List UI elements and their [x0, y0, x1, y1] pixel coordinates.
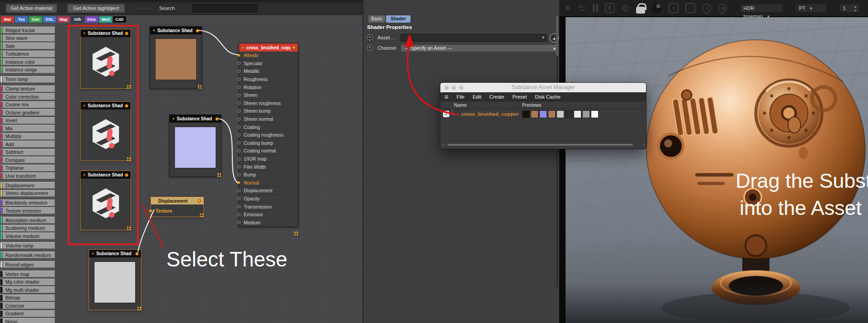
port-circle-icon[interactable] [237, 181, 241, 184]
sidebar-item-side[interactable]: Side [0, 43, 55, 49]
node-output-port[interactable] [196, 29, 199, 33]
sidebar-item-instance-color[interactable]: Instance color [0, 58, 55, 65]
port-circle-icon[interactable] [237, 54, 241, 57]
tab-basic[interactable]: Basic [368, 15, 385, 23]
port-circle-icon[interactable] [237, 141, 241, 144]
node-resize-handle[interactable] [127, 157, 128, 159]
node-output-port[interactable] [125, 32, 128, 35]
sidebar-item-triplanar[interactable]: Triplanar [0, 165, 55, 171]
node-header[interactable]: ▼Substance Shad [150, 27, 202, 34]
tab-med[interactable]: Med [99, 16, 112, 23]
sidebar-item-bitmap[interactable]: Bitmap [0, 294, 55, 301]
sidebar-item-instance-range[interactable]: Instance range [0, 66, 55, 73]
sidebar-item-uvw-transform[interactable]: Uvw transform [0, 172, 55, 179]
input-port-coating-bump[interactable]: Coating bump [239, 139, 298, 147]
panel-scrollbar[interactable] [556, 15, 558, 287]
port-circle-icon[interactable] [237, 86, 241, 89]
substance-asset-manager-window[interactable]: Substance Asset Manager ≡ FileEditCreate… [440, 82, 646, 149]
texture-input-port[interactable] [149, 209, 152, 213]
channel-dropdown[interactable]: --- Specify an Asset ---▼ [401, 44, 559, 52]
sidebar-item-volume-ramp[interactable]: Volume ramp [0, 242, 55, 249]
substance-shader-node-displacement-src[interactable]: ▼Substance Shad [89, 249, 142, 310]
hdr-tonemap-dropdown[interactable]: HDR tonemap▼ [740, 4, 783, 13]
sidebar-item-ridged-fractal[interactable]: Ridged fractal [0, 27, 55, 33]
tab-osl[interactable]: OSL [43, 16, 56, 23]
sidebar-item-colorizer[interactable]: Colorizer [0, 302, 55, 309]
input-port-film-width[interactable]: Film Width [239, 163, 298, 171]
sidebar-item-randomwalk-medium[interactable]: Randomwalk medium [0, 252, 55, 258]
input-port-coating-roughness[interactable]: Coating roughness [239, 131, 298, 139]
substance-shader-node-1[interactable]: ▼Substance Shad [80, 29, 131, 89]
tab-mat[interactable]: Mat [1, 16, 14, 23]
port-circle-icon[interactable] [237, 125, 241, 128]
port-circle-icon[interactable] [237, 157, 241, 161]
sidebar-item-mg-color-shader[interactable]: Mg color shader [0, 279, 55, 285]
get-active-material-button[interactable]: Get Active material [6, 4, 57, 13]
node-output-port[interactable] [125, 104, 128, 108]
node-header[interactable]: ▼cross_brushed_copp [239, 43, 298, 52]
focus-picker-icon[interactable]: F [700, 2, 713, 14]
cross-brushed-copper-node[interactable]: ▼cross_brushed_copp AlbedoSpecularMetall… [239, 43, 298, 227]
node-header[interactable]: ▼Substance Shad [80, 29, 131, 37]
port-circle-icon[interactable] [237, 205, 241, 208]
input-port-specular[interactable]: Specular [239, 60, 298, 68]
node-header[interactable]: ▼Substance Shad [80, 102, 131, 109]
menu-file[interactable]: File [457, 94, 465, 100]
port-circle-icon[interactable] [237, 221, 241, 224]
tab-map[interactable]: Map [57, 16, 70, 23]
port-circle-icon[interactable] [237, 109, 241, 113]
input-port-sheen-normal[interactable]: Sheen normal [239, 115, 298, 124]
asset-radio-icon[interactable] [367, 34, 373, 40]
node-header[interactable]: ▼Substance Shad [89, 250, 141, 257]
input-port-opacity[interactable]: Opacity [239, 195, 298, 203]
column-previews[interactable]: Previews [522, 102, 542, 108]
asset-dropdown-field[interactable]: ▼ [401, 34, 547, 42]
node-output-port[interactable] [125, 173, 128, 177]
node-output-port[interactable] [135, 252, 139, 256]
channel-radio-icon[interactable] [367, 45, 373, 51]
input-port-displacement[interactable]: Displacement [239, 187, 298, 195]
minimize-window-icon[interactable] [452, 86, 456, 90]
restart-render-icon[interactable]: R [605, 3, 615, 13]
input-port-transmission[interactable]: Transmission [239, 203, 298, 211]
sidebar-item-multiply[interactable]: Multiply [0, 133, 55, 140]
zoom-window-icon[interactable] [459, 86, 463, 90]
menu-disk-cache[interactable]: Disk Cache [535, 94, 560, 100]
node-output-port[interactable] [198, 199, 201, 203]
refresh-icon[interactable]: ↻ [578, 4, 586, 13]
render-subframe-icon[interactable]: ▫ [685, 3, 695, 13]
node-header[interactable]: ▼Substance Shad [80, 171, 131, 179]
input-port-albedo[interactable]: Albedo [239, 52, 298, 60]
sidebar-item-mg-multi-shader[interactable]: Mg multi shader [0, 286, 55, 293]
node-resize-handle[interactable] [198, 85, 199, 86]
collapse-triangle-icon[interactable]: ▼ [83, 173, 86, 176]
sidebar-item-blackbody-emission[interactable]: Blackbody emission [0, 200, 55, 206]
port-circle-icon[interactable] [237, 189, 241, 192]
sidebar-item-texture-emission[interactable]: Texture emission [0, 207, 55, 214]
sidebar-item-invert[interactable]: Invert [0, 117, 55, 124]
sidebar-item-subtract[interactable]: Subtract [0, 149, 55, 156]
search-input[interactable] [192, 4, 258, 13]
sidebar-item-sine-wave[interactable]: Sine wave [0, 35, 55, 42]
collapse-triangle-icon[interactable]: ▼ [83, 32, 86, 35]
kernel-dropdown[interactable]: PT▼ [796, 4, 827, 13]
port-circle-icon[interactable] [237, 94, 241, 97]
tab-gen[interactable]: Gen [29, 16, 42, 23]
input-port-bump[interactable]: Bump [239, 171, 298, 179]
asset-name[interactable]: cross_brushed_copper [461, 111, 519, 117]
samples-stepper[interactable]: 1▲▼ [840, 4, 860, 13]
sidebar-item-add[interactable]: Add [0, 141, 55, 147]
sidebar-item-vertex-map[interactable]: Vertex map [0, 271, 55, 277]
hamburger-menu-icon[interactable]: ≡ [444, 93, 448, 100]
node-resize-handle[interactable] [294, 232, 296, 233]
scrollbar-thumb[interactable] [448, 144, 633, 146]
sidebar-item-turbulence[interactable]: Turbulence [0, 51, 55, 57]
input-port-coating-normal[interactable]: Coating normal [239, 147, 298, 155]
sidebar-item-volume-medium[interactable]: Volume medium [0, 233, 55, 239]
node-resize-handle[interactable] [137, 307, 139, 308]
port-circle-icon[interactable] [237, 197, 241, 200]
collapse-triangle-icon[interactable]: ▼ [172, 117, 175, 120]
get-active-tag-object-button[interactable]: Get Active tag/object [67, 4, 125, 13]
menu-edit[interactable]: Edit [473, 94, 481, 100]
sidebar-item-clamp-texture[interactable]: Clamp texture [0, 86, 55, 92]
